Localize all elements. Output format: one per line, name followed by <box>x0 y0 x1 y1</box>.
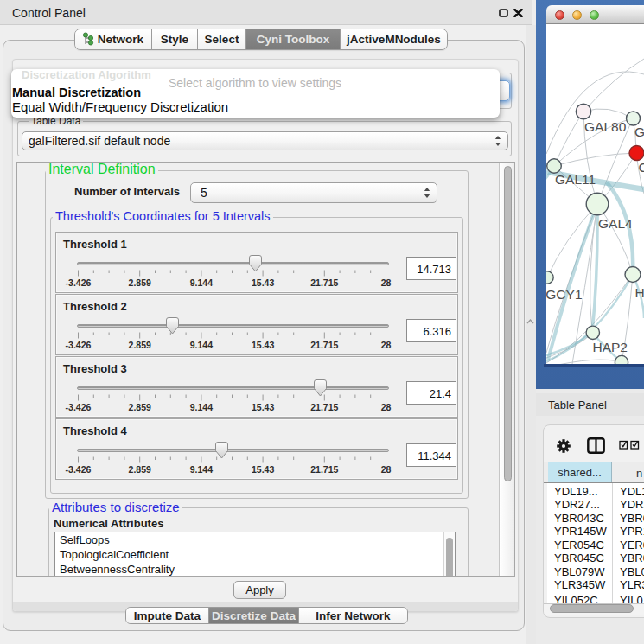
svg-text:GAL4: GAL4 <box>598 216 633 231</box>
svg-text:C: C <box>639 160 644 175</box>
svg-text:HAP2: HAP2 <box>593 340 628 354</box>
svg-text:GAL80: GAL80 <box>584 119 627 134</box>
svg-text:GAL11: GAL11 <box>555 172 596 187</box>
svg-text:GA: GA <box>634 124 644 139</box>
svg-text:GCY1: GCY1 <box>546 287 583 302</box>
svg-text:H: H <box>635 285 644 300</box>
